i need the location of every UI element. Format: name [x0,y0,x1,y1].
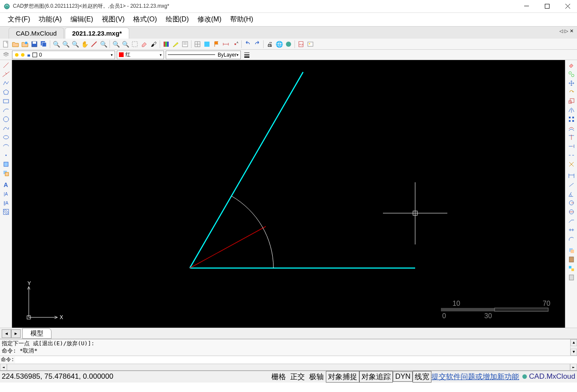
linetype-selector[interactable]: ByLayer ▾ [166,51,241,59]
match-prop-icon[interactable] [566,264,577,273]
spline-icon[interactable] [1,124,11,133]
menu-format[interactable]: 格式(O) [129,13,161,26]
drawing-area[interactable]: Y X 10 70 0 30 [12,60,565,328]
arc-icon[interactable] [1,106,11,115]
print-icon[interactable]: 🖨 [265,40,274,48]
lineweight-icon[interactable] [243,51,251,59]
new-file-icon[interactable] [2,40,10,48]
menu-modify[interactable]: 修改(M) [193,13,226,26]
command-scrollbar-h[interactable]: ◄► [0,364,577,371]
layer-manager-icon[interactable] [2,51,10,59]
status-otrack[interactable]: 对象追踪 [359,371,393,383]
model-tab[interactable]: 模型 [22,328,52,339]
export-image-icon[interactable] [306,40,315,48]
close-button[interactable] [562,2,574,11]
text-icon[interactable]: A [1,181,11,189]
open-file-icon[interactable] [11,40,20,48]
globe-icon[interactable]: 🌐 [275,40,283,48]
eraser-icon[interactable] [140,40,149,48]
properties-icon[interactable] [181,40,189,48]
trim-icon[interactable] [566,133,577,142]
tab-mxcloud[interactable]: CAD.MxCloud [9,27,64,39]
menu-edit[interactable]: 编辑(E) [66,13,97,26]
app-settings-icon[interactable] [284,40,293,48]
dim-continue-icon[interactable] [566,226,577,234]
zoom-prev-icon[interactable]: 🔍 [112,40,120,48]
rectangle-icon[interactable] [1,97,11,106]
layout-prev-button[interactable]: ◄ [2,329,11,338]
scale-icon[interactable] [566,97,577,106]
polygon-icon[interactable] [1,88,11,96]
mirror-icon[interactable] [566,106,577,115]
rotate-icon[interactable] [566,88,577,96]
status-polar[interactable]: 极轴 [307,371,326,383]
dimension-icon[interactable] [222,40,230,48]
tab-next-icon[interactable]: ▷ [565,28,568,34]
selection-icon[interactable] [131,40,139,48]
tab-current-file[interactable]: 2021.12.23.mxg* [65,27,129,39]
tab-prev-icon[interactable]: ◁ [559,28,563,34]
command-scrollbar-v[interactable]: ▲▼ [570,339,577,356]
hatch-tool-icon[interactable] [1,208,11,216]
break-icon[interactable] [566,151,577,160]
zoom-realtime-icon[interactable]: 🔍 [99,40,108,48]
pan-icon[interactable]: ✋ [80,40,89,48]
layer-selector[interactable]: 0 ▾ [12,51,115,59]
maximize-button[interactable] [541,2,553,11]
copy-clip-icon[interactable] [566,246,577,255]
extend-icon[interactable] [566,142,577,151]
export-pdf-icon[interactable]: PDF [297,40,305,48]
dim-aligned-icon[interactable] [566,181,577,189]
redo-icon[interactable] [253,40,261,48]
array-icon[interactable] [566,115,577,124]
ellipse-icon[interactable] [1,133,11,142]
measure-icon[interactable] [90,40,98,48]
copy-icon[interactable] [566,70,577,78]
line-icon[interactable] [1,61,11,69]
layout-next-button[interactable]: ► [11,329,21,338]
status-ortho[interactable]: 正交 [288,371,307,383]
menu-file[interactable]: 文件(F) [3,13,34,26]
erase-icon[interactable] [566,61,577,69]
feedback-link[interactable]: 提交软件问题或增加新功能 [431,372,519,382]
minimize-button[interactable] [520,2,532,11]
command-input[interactable] [15,356,577,363]
zoom-window-icon[interactable]: 🔍 [71,40,79,48]
undo-icon[interactable] [243,40,252,48]
tab-close-icon[interactable]: ✕ [570,28,574,34]
polyline-icon[interactable] [1,79,11,87]
dim-leader-icon[interactable] [566,217,577,225]
color-selector[interactable]: 红 ▾ [117,51,164,59]
block-create-icon[interactable] [1,169,11,178]
dim-radius-icon[interactable] [566,199,577,207]
zoom-in-icon[interactable]: 🔍 [52,40,61,48]
hatch-icon[interactable] [203,40,211,48]
save-all-icon[interactable] [39,40,48,48]
point-icon[interactable] [1,151,11,160]
status-lwt[interactable]: 线宽 [413,371,431,383]
calc-icon[interactable] [566,273,577,282]
status-snap[interactable]: 栅格 [269,371,288,383]
status-dyn[interactable]: DYN [393,371,413,382]
paste-clip-icon[interactable] [566,255,577,264]
highlight-icon[interactable] [171,40,180,48]
menu-function[interactable]: 功能(A) [34,13,66,26]
dim-angular-icon[interactable] [566,190,577,198]
xline-icon[interactable] [1,70,11,78]
open-cloud-icon[interactable] [21,40,29,48]
layers-icon[interactable] [162,40,170,48]
save-icon[interactable] [30,40,39,48]
mtext-icon[interactable]: |A [1,190,11,198]
dim-linear-icon[interactable] [566,172,577,180]
flag-icon[interactable] [212,40,221,48]
explode-icon[interactable] [566,160,577,169]
circle-icon[interactable] [1,115,11,124]
ellipse-arc-icon[interactable] [1,142,11,151]
menu-view[interactable]: 视图(V) [97,13,129,26]
offset-icon[interactable] [566,124,577,133]
point-style-icon[interactable]: A [231,40,240,48]
zoom-extents-icon[interactable]: 🔍 [61,40,70,48]
table-icon[interactable] [193,40,202,48]
menu-help[interactable]: 帮助(H) [226,13,258,26]
zoom-out-icon[interactable]: 🔍 [121,40,130,48]
